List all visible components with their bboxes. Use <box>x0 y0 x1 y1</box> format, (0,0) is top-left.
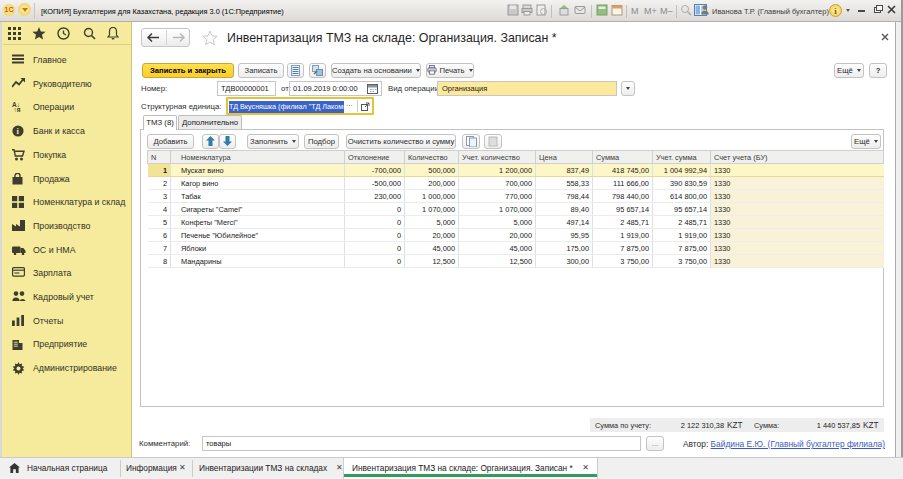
svg-text:↑я: ↑я <box>14 106 21 112</box>
svg-text:M–: M– <box>660 6 673 16</box>
svg-text:M+: M+ <box>644 6 657 16</box>
svg-text:M: M <box>631 6 639 16</box>
